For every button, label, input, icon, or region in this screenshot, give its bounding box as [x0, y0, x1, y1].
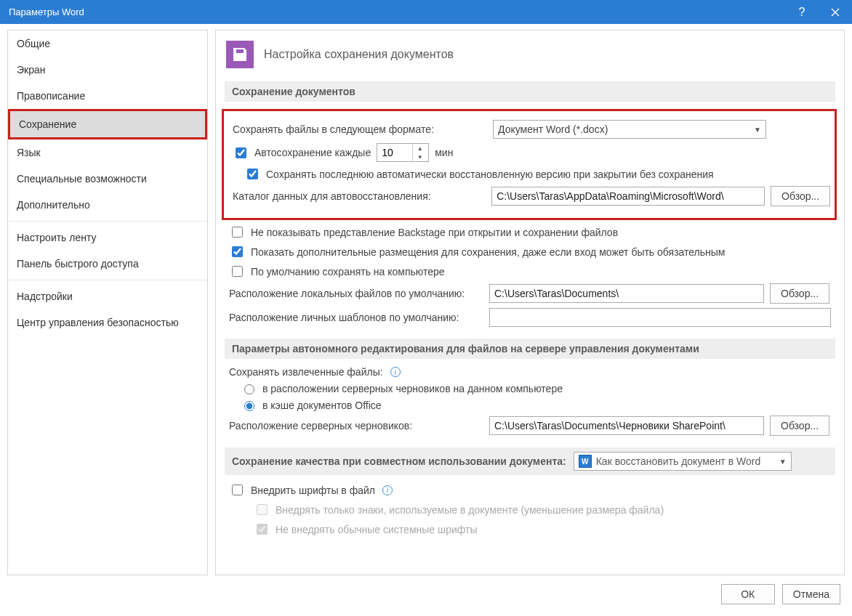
- nav-language[interactable]: Язык: [8, 139, 207, 166]
- nav-display[interactable]: Экран: [8, 57, 207, 83]
- office-cache-radio-label: в кэше документов Office: [262, 400, 382, 411]
- fidelity-document-select[interactable]: W Как восстановить документ в Word ▼: [574, 452, 792, 471]
- no-backstage-checkbox[interactable]: Не показывать представление Backstage пр…: [229, 224, 618, 240]
- section-fidelity-label: Сохранение качества при совместном испол…: [232, 455, 566, 467]
- local-default-browse-button[interactable]: Обзор...: [770, 283, 829, 304]
- nav-proofing[interactable]: Правописание: [8, 83, 207, 109]
- autosave-interval-spinner[interactable]: ▲▼: [377, 143, 429, 162]
- category-sidebar: Общие Экран Правописание Сохранение Язык…: [7, 30, 208, 575]
- info-icon[interactable]: i: [382, 485, 393, 495]
- show-additional-locations-label: Показать дополнительные размещения для с…: [251, 246, 726, 258]
- keep-last-autorecover-label: Сохранять последнюю автоматически восста…: [266, 169, 714, 180]
- autorecover-dir-label: Каталог данных для автовосстановления:: [233, 190, 486, 202]
- nav-quick-access[interactable]: Панель быстрого доступа: [8, 251, 207, 277]
- titlebar: Параметры Word ?: [0, 0, 852, 24]
- chevron-down-icon: ▼: [754, 126, 761, 134]
- chevron-down-icon: ▼: [779, 458, 787, 466]
- autosave-checkbox[interactable]: Автосохранение каждые: [233, 145, 371, 161]
- nav-save[interactable]: Сохранение: [8, 109, 207, 139]
- spin-down-icon[interactable]: ▼: [413, 153, 427, 161]
- nav-trust-center[interactable]: Центр управления безопасностью: [8, 309, 207, 336]
- server-drafts-browse-button[interactable]: Обзор...: [770, 416, 829, 436]
- embed-subset-checkbox: Внедрять только знаки, используемые в до…: [254, 502, 664, 517]
- embed-fonts-label: Внедрить шрифты в файл: [251, 485, 375, 496]
- nav-advanced[interactable]: Дополнительно: [8, 192, 207, 218]
- embed-fonts-checkbox[interactable]: Внедрить шрифты в файл: [229, 482, 375, 498]
- save-checked-out-label: Сохранять извлеченные файлы:: [229, 366, 383, 378]
- autorecover-browse-button[interactable]: Обзор...: [771, 186, 830, 206]
- help-button[interactable]: ?: [785, 0, 819, 24]
- word-document-icon: W: [579, 455, 592, 468]
- local-default-label: Расположение локальных файлов по умолчан…: [229, 288, 483, 299]
- nav-general[interactable]: Общие: [8, 31, 207, 57]
- templates-default-label: Расположение личных шаблонов по умолчани…: [229, 312, 483, 323]
- server-drafts-location-input[interactable]: [489, 416, 764, 435]
- server-drafts-radio[interactable]: в расположении серверных черновиков на д…: [241, 382, 563, 394]
- autosave-unit: мин: [435, 147, 453, 158]
- no-system-fonts-checkbox: Не внедрять обычные системные шрифты: [254, 522, 478, 537]
- autosave-interval-value[interactable]: [377, 144, 412, 161]
- office-cache-radio[interactable]: в кэше документов Office: [241, 399, 382, 411]
- fidelity-document-value: Как восстановить документ в Word: [596, 455, 760, 467]
- default-save-to-pc-checkbox[interactable]: По умолчанию сохранять на компьютере: [229, 264, 445, 279]
- server-drafts-location-label: Расположение серверных черновиков:: [229, 420, 483, 431]
- nav-customize-ribbon[interactable]: Настроить ленту: [8, 224, 207, 251]
- options-panel: Настройка сохранения документов Сохранен…: [215, 30, 845, 575]
- local-default-input[interactable]: [489, 284, 764, 303]
- window-title: Параметры Word: [9, 7, 785, 17]
- show-additional-locations-checkbox[interactable]: Показать дополнительные размещения для с…: [229, 244, 726, 259]
- embed-subset-label: Внедрять только знаки, используемые в до…: [276, 504, 664, 516]
- close-icon: [831, 8, 840, 17]
- close-button[interactable]: [819, 0, 852, 24]
- nav-separator: [8, 280, 207, 280]
- no-backstage-label: Не показывать представление Backstage пр…: [251, 227, 618, 238]
- section-fidelity: Сохранение качества при совместном испол…: [225, 447, 835, 475]
- default-save-to-pc-label: По умолчанию сохранять на компьютере: [251, 266, 445, 277]
- highlighted-region: Сохранять файлы в следующем формате: Док…: [222, 109, 837, 220]
- panel-header: Настройка сохранения документов: [226, 41, 835, 68]
- nav-addins[interactable]: Надстройки: [8, 283, 207, 309]
- spin-up-icon[interactable]: ▲: [413, 144, 427, 153]
- no-system-fonts-label: Не внедрять обычные системные шрифты: [276, 524, 478, 535]
- server-drafts-radio-label: в расположении серверных черновиков на д…: [262, 383, 563, 394]
- file-format-label: Сохранять файлы в следующем формате:: [233, 123, 487, 135]
- keep-last-autorecover-checkbox[interactable]: Сохранять последнюю автоматически восста…: [244, 166, 714, 182]
- ok-button[interactable]: ОК: [721, 584, 775, 604]
- nav-separator: [8, 221, 207, 222]
- cancel-button[interactable]: Отмена: [782, 584, 840, 604]
- info-icon[interactable]: i: [390, 367, 401, 377]
- nav-accessibility[interactable]: Специальные возможности: [8, 166, 207, 192]
- autorecover-dir-input[interactable]: [491, 187, 765, 206]
- file-format-value: Документ Word (*.docx): [498, 123, 608, 135]
- templates-default-input[interactable]: [489, 308, 831, 327]
- file-format-select[interactable]: Документ Word (*.docx) ▼: [493, 120, 766, 139]
- section-offline-editing: Параметры автономного редактирования для…: [225, 339, 835, 359]
- panel-title: Настройка сохранения документов: [264, 48, 454, 61]
- autosave-label: Автосохранение каждые: [254, 147, 371, 158]
- dialog-footer: ОК Отмена: [0, 575, 852, 616]
- save-icon: [226, 41, 254, 68]
- section-save-documents: Сохранение документов: [225, 81, 835, 102]
